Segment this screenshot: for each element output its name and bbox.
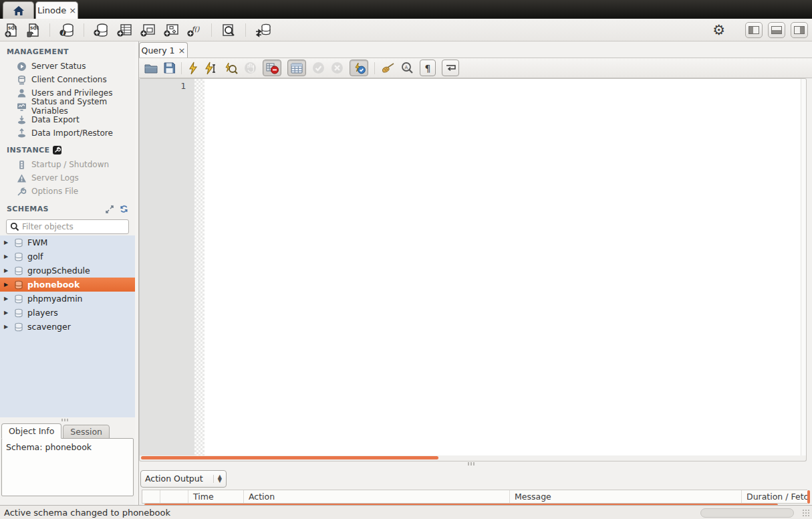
expander-icon[interactable]: ▶	[4, 296, 10, 302]
schema-row-players[interactable]: ▶ players	[0, 306, 135, 320]
expand-schemas-icon[interactable]	[106, 205, 114, 213]
tab-session[interactable]: Session	[63, 425, 110, 439]
preferences-icon[interactable]: ⚙	[712, 22, 725, 38]
toggle-secondary-sidebar-button[interactable]	[791, 22, 808, 38]
editor-vertical-scrollbar[interactable]	[801, 79, 806, 455]
create-procedure-button[interactable]	[163, 23, 179, 37]
sidebar-item-client-connections[interactable]: Client Connections	[0, 73, 135, 86]
sidebar-splitter[interactable]	[0, 417, 135, 423]
scrollbar-thumb[interactable]	[141, 456, 438, 459]
toggle-sidebar-button[interactable]	[745, 22, 763, 38]
column-duration-fetch[interactable]: Duration / Fetch	[742, 490, 807, 503]
limit-rows-button[interactable]	[287, 60, 306, 76]
output-vertical-scrollbar[interactable]	[807, 490, 810, 504]
schema-icon	[14, 252, 23, 262]
schema-icon	[14, 294, 23, 304]
output-type-select[interactable]: Action Output ▲▼	[140, 470, 227, 488]
schema-icon	[14, 266, 23, 276]
execute-current-statement-button[interactable]	[205, 62, 218, 75]
expander-icon[interactable]: ▶	[4, 310, 10, 316]
inspect-database-button[interactable]: i	[59, 23, 75, 37]
object-info-panel: Schema: phonebook	[1, 438, 134, 496]
schema-filter-input[interactable]	[22, 222, 125, 231]
search-data-button[interactable]	[221, 23, 237, 37]
toggle-autocommit-button[interactable]	[350, 60, 368, 76]
editor-fold-margin	[194, 79, 205, 455]
refresh-schemas-icon[interactable]	[120, 205, 128, 213]
stop-execution-button[interactable]	[244, 62, 257, 74]
svg-text:SQL: SQL	[8, 25, 17, 30]
find-button[interactable]: A	[401, 62, 414, 74]
commit-button[interactable]	[312, 62, 325, 74]
home-tab[interactable]	[3, 1, 34, 19]
close-icon[interactable]: ×	[69, 5, 76, 15]
connection-tabbar: Linode ×	[0, 0, 812, 19]
user-icon	[17, 88, 27, 98]
toggle-word-wrap-button[interactable]	[442, 60, 459, 76]
sidebar-item-server-logs[interactable]: Server Logs	[0, 171, 135, 185]
home-icon	[13, 5, 25, 16]
sidebar-item-data-import[interactable]: Data Import/Restore	[0, 126, 135, 140]
schema-row-phonebook[interactable]: ▶ phonebook	[0, 278, 135, 292]
expander-icon[interactable]: ▶	[4, 324, 10, 330]
schema-tree: ▶ FWM ▶ golf ▶ groupSchedule ▶ phonebook…	[0, 235, 135, 417]
schema-row-phpmyadmin[interactable]: ▶ phpmyadmin	[0, 292, 135, 306]
execute-button[interactable]	[188, 62, 198, 75]
save-script-button[interactable]	[164, 62, 175, 74]
expander-icon[interactable]: ▶	[4, 239, 10, 245]
sidebar-item-options-file[interactable]: Options File	[0, 185, 135, 198]
tab-object-info[interactable]: Object Info	[1, 423, 61, 439]
sql-editor[interactable]: 1	[139, 78, 807, 455]
create-schema-button[interactable]	[93, 23, 109, 37]
new-sql-script-button[interactable]: SQL	[4, 23, 19, 37]
tab-query-1[interactable]: Query 1 ×	[139, 42, 188, 58]
connection-tab-linode[interactable]: Linode ×	[35, 1, 78, 19]
create-table-button[interactable]	[116, 23, 132, 37]
expander-icon[interactable]: ▶	[4, 268, 10, 274]
resize-grip[interactable]	[802, 509, 810, 517]
schemas-section-header: SCHEMAS	[0, 198, 135, 216]
warning-icon	[17, 173, 27, 183]
expander-icon[interactable]: ▶	[4, 253, 10, 260]
sidebar-item-server-status[interactable]: Server Status	[0, 60, 135, 73]
expander-icon[interactable]: ▶	[4, 282, 10, 288]
svg-text:f(): f()	[192, 25, 200, 33]
toggle-output-area-button[interactable]	[768, 22, 785, 38]
toolbar-separator	[84, 23, 84, 37]
reconnect-dbms-button[interactable]	[255, 23, 272, 37]
svg-text:A: A	[405, 65, 408, 70]
schema-icon	[14, 280, 23, 290]
toggle-stop-on-error-button[interactable]	[263, 60, 281, 76]
create-function-button[interactable]: f()	[186, 23, 202, 37]
open-sql-script-button[interactable]: SQL	[26, 23, 41, 37]
editor-gutter: 1	[140, 79, 194, 455]
column-action[interactable]: Action	[244, 490, 510, 503]
column-index[interactable]	[160, 490, 188, 503]
instance-section-title: INSTANCE	[0, 140, 135, 158]
sidebar-item-startup-shutdown[interactable]: Startup / Shutdown	[0, 158, 135, 171]
column-status-icon[interactable]	[142, 490, 160, 503]
beautify-script-button[interactable]	[381, 62, 395, 74]
connection-tab-label: Linode	[37, 5, 66, 15]
rollback-button[interactable]	[331, 62, 344, 74]
status-progress-area	[700, 508, 794, 518]
explain-statement-button[interactable]	[224, 62, 238, 75]
schema-row-golf[interactable]: ▶ golf	[0, 249, 135, 264]
toolbar-separator	[245, 23, 246, 37]
schema-row-scavenger[interactable]: ▶ scavenger	[0, 320, 135, 334]
query-tabbar: Query 1 ×	[139, 41, 812, 58]
create-view-button[interactable]	[140, 23, 156, 37]
output-splitter[interactable]	[468, 462, 475, 465]
editor-horizontal-scrollbar[interactable]	[139, 455, 807, 461]
schema-row-fwm[interactable]: ▶ FWM	[0, 235, 135, 249]
object-info-text: Schema: phonebook	[6, 442, 92, 452]
sidebar-item-status-system-variables[interactable]: Status and System Variables	[0, 100, 135, 113]
sidebar: MANAGEMENT Server Status Client Connecti…	[0, 41, 135, 505]
toggle-invisible-characters-button[interactable]: ¶	[420, 60, 436, 76]
info-tabbar: Object Info Session	[1, 423, 110, 439]
close-icon[interactable]: ×	[178, 45, 186, 56]
schema-row-groupschedule[interactable]: ▶ groupSchedule	[0, 264, 135, 278]
open-script-button[interactable]	[144, 63, 158, 74]
column-message[interactable]: Message	[510, 490, 742, 503]
column-time[interactable]: Time	[188, 490, 244, 503]
